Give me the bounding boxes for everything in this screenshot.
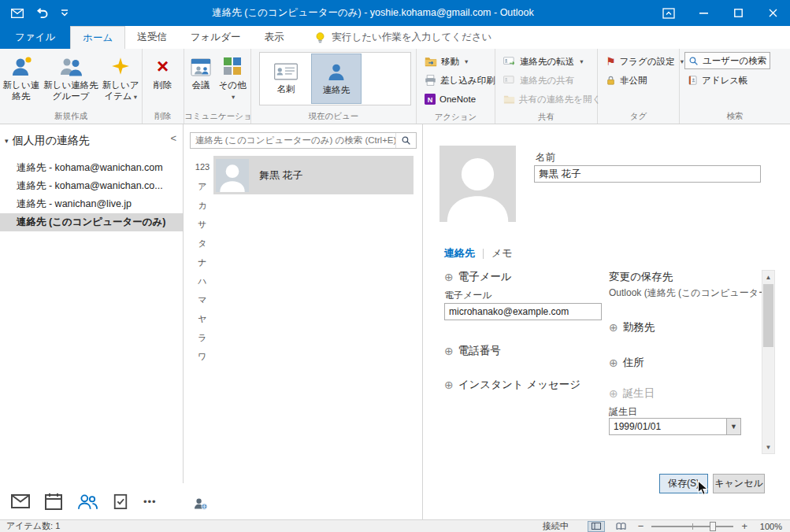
open-shared-contacts-button: 共有の連絡先を開く bbox=[500, 90, 604, 109]
window-title: 連絡先 (このコンピューターのみ) - yoshie.kohama@gmail.… bbox=[95, 6, 651, 20]
scroll-up-icon[interactable]: ▲ bbox=[762, 271, 774, 283]
find-people-button[interactable]: ユーザーの検索 bbox=[684, 52, 770, 69]
tab-notes[interactable]: メモ bbox=[491, 246, 513, 260]
contact-avatar bbox=[216, 159, 249, 192]
add-birthday-button[interactable]: ⊕ 誕生日 bbox=[609, 386, 655, 401]
save-to-value: Outlook (連絡先 (このコンピューター... bbox=[609, 286, 763, 300]
titlebar: 連絡先 (このコンピューターのみ) - yoshie.kohama@gmail.… bbox=[0, 0, 790, 26]
more-communicate-button[interactable]: その他▾ bbox=[216, 50, 249, 109]
undo-icon[interactable] bbox=[36, 8, 48, 18]
index-letter[interactable]: ラ bbox=[195, 332, 210, 351]
tab-home[interactable]: ホーム bbox=[70, 26, 125, 49]
new-items-icon bbox=[110, 53, 131, 79]
contact-edit-form: 名前 連絡先 メモ ⊕ 電子メール 電子メール ⊕ 電話番号 ⊕ インスタント … bbox=[423, 124, 790, 519]
cancel-button[interactable]: キャンセル bbox=[713, 474, 765, 493]
zoom-slider-thumb[interactable] bbox=[710, 522, 716, 531]
contact-photo-placeholder[interactable] bbox=[440, 146, 516, 222]
contact-list-item[interactable]: 舞黒 花子 bbox=[213, 156, 414, 194]
mail-merge-button[interactable]: 差し込み印刷 bbox=[421, 71, 499, 90]
new-items-button[interactable]: 新しいアイテム▾ bbox=[101, 50, 140, 109]
add-work-button[interactable]: ⊕ 勤務先 bbox=[609, 320, 655, 334]
tab-file[interactable]: ファイル bbox=[0, 26, 70, 49]
index-letter[interactable]: ワ bbox=[195, 351, 210, 370]
search-icon[interactable] bbox=[395, 133, 416, 148]
collapse-folder-pane-icon[interactable]: < bbox=[170, 132, 176, 144]
tab-contact[interactable]: 連絡先 bbox=[444, 246, 475, 260]
tab-folder[interactable]: フォルダー bbox=[179, 26, 253, 49]
delete-button[interactable]: × 削除 bbox=[144, 50, 181, 109]
calendar-nav-icon[interactable] bbox=[45, 493, 62, 510]
follow-up-button[interactable]: ⚑ フラグの設定 ▾ bbox=[603, 52, 687, 71]
mail-nav-icon[interactable] bbox=[11, 494, 30, 508]
button-label: 連絡先の転送 bbox=[520, 56, 574, 68]
search-input[interactable]: 連絡先 (このコンピューターのみ) の検索 (Ctrl+E) bbox=[190, 132, 417, 149]
button-label: OneNote bbox=[440, 94, 476, 104]
people-nav-icon[interactable] bbox=[77, 493, 98, 510]
index-letter[interactable]: 123 bbox=[195, 162, 210, 181]
email-field[interactable] bbox=[444, 303, 602, 320]
add-phone-button[interactable]: ⊕ 電話番号 bbox=[444, 344, 501, 358]
form-scrollbar[interactable]: ▲ ▼ bbox=[762, 270, 775, 454]
new-contact-button[interactable]: 新しい連絡先 bbox=[2, 50, 41, 109]
send-receive-icon[interactable] bbox=[11, 9, 24, 18]
reading-view-button[interactable] bbox=[613, 521, 630, 532]
folder-item[interactable]: 連絡先 - kohama@wanichan.co... bbox=[0, 177, 184, 195]
move-button[interactable]: 移動 ▾ bbox=[421, 52, 499, 71]
ribbon-group-label: コミュニケーション bbox=[184, 110, 250, 124]
scroll-down-icon[interactable]: ▼ bbox=[762, 441, 774, 453]
index-letter[interactable]: ハ bbox=[195, 275, 210, 294]
add-im-button[interactable]: ⊕ インスタント メッセージ bbox=[444, 378, 580, 392]
meeting-button[interactable]: 会議 bbox=[186, 50, 216, 109]
folder-item[interactable]: 連絡先 - kohama@wanichan.com bbox=[0, 159, 184, 177]
name-field[interactable] bbox=[534, 165, 761, 183]
mouse-cursor bbox=[697, 480, 708, 496]
minimize-button[interactable] bbox=[686, 0, 721, 26]
onenote-button[interactable]: N OneNote bbox=[421, 90, 499, 109]
tell-me-box[interactable]: 実行したい作業を入力してください bbox=[295, 26, 491, 49]
zoom-slider[interactable] bbox=[651, 521, 733, 532]
folder-group-header[interactable]: ▾ 個人用の連絡先 bbox=[5, 134, 90, 148]
zoom-level[interactable]: 100% bbox=[755, 522, 782, 531]
index-letter[interactable]: タ bbox=[195, 238, 210, 257]
tasks-nav-icon[interactable] bbox=[113, 493, 128, 510]
customize-quick-access-icon[interactable] bbox=[61, 9, 69, 17]
add-address-button[interactable]: ⊕ 住所 bbox=[609, 356, 644, 370]
ribbon-group-delete: × 削除 削除 bbox=[143, 49, 184, 124]
add-icon: ⊕ bbox=[609, 388, 618, 399]
add-email-button[interactable]: ⊕ 電子メール bbox=[444, 270, 512, 284]
forward-contact-button[interactable]: 連絡先の転送 ▾ bbox=[500, 52, 604, 71]
close-button[interactable] bbox=[755, 0, 790, 26]
ribbon-display-options-icon[interactable] bbox=[651, 0, 686, 26]
new-contact-group-button[interactable]: 新しい連絡先グループ bbox=[41, 50, 101, 109]
maximize-button[interactable] bbox=[721, 0, 755, 26]
zoom-out-button[interactable]: − bbox=[638, 521, 644, 531]
business-card-view-icon bbox=[273, 63, 299, 80]
email-label: 電子メール bbox=[444, 289, 492, 302]
tab-view[interactable]: 表示 bbox=[252, 26, 295, 49]
folder-item[interactable]: 連絡先 - wanichan@live.jp bbox=[0, 195, 184, 213]
index-letter[interactable]: サ bbox=[195, 219, 210, 238]
birthday-field[interactable] bbox=[610, 419, 726, 434]
index-letter[interactable]: ア bbox=[195, 181, 210, 200]
move-icon bbox=[425, 57, 437, 67]
index-letter[interactable]: マ bbox=[195, 294, 210, 313]
private-button[interactable]: 非公開 bbox=[603, 71, 687, 90]
combobox-dropdown-icon[interactable]: ▼ bbox=[726, 419, 740, 434]
scrollbar-thumb[interactable] bbox=[763, 284, 773, 347]
contact-card-globe-icon[interactable] bbox=[194, 497, 208, 510]
more-nav-icon[interactable]: ••• bbox=[143, 496, 157, 508]
folder-item-selected[interactable]: 連絡先 (このコンピューターのみ) bbox=[0, 213, 184, 231]
tab-send-receive[interactable]: 送受信 bbox=[125, 26, 179, 49]
index-letter[interactable]: ヤ bbox=[195, 313, 210, 332]
index-letter[interactable]: カ bbox=[195, 200, 210, 219]
view-business-card[interactable]: 名刺 bbox=[261, 54, 311, 104]
index-letter[interactable]: ナ bbox=[195, 257, 210, 275]
expand-triangle-icon: ▾ bbox=[5, 137, 9, 145]
address-book-button[interactable]: アドレス帳 bbox=[684, 71, 770, 90]
tell-me-label: 実行したい作業を入力してください bbox=[332, 31, 491, 44]
normal-view-button[interactable] bbox=[588, 521, 605, 532]
svg-text:N: N bbox=[428, 96, 433, 104]
view-people[interactable]: 連絡先 bbox=[311, 54, 362, 104]
open-shared-contacts-icon bbox=[503, 94, 515, 104]
zoom-in-button[interactable]: + bbox=[741, 521, 747, 531]
